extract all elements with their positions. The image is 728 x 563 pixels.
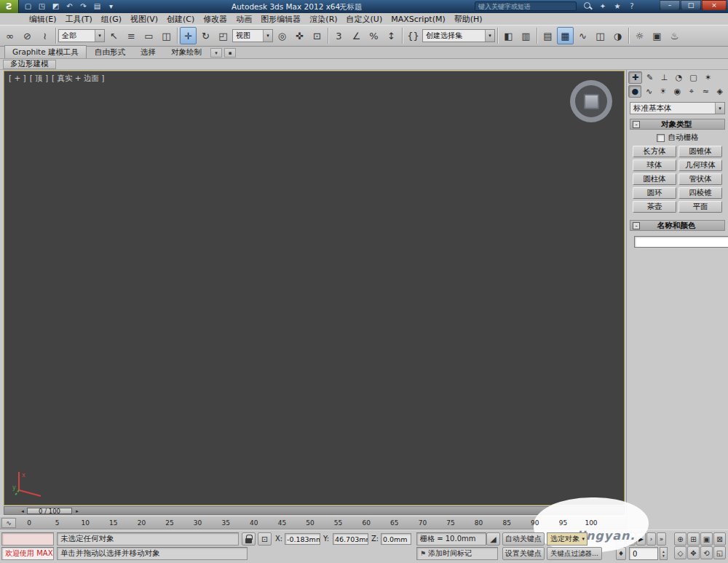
set-key-button[interactable]: 设置关键点: [502, 547, 545, 560]
y-coordinate-field[interactable]: 46.703mm: [333, 533, 368, 545]
go-to-end-button[interactable]: »: [657, 532, 666, 546]
category-cameras[interactable]: ◉: [670, 85, 684, 98]
category-helpers[interactable]: ⌖: [685, 85, 698, 98]
render-setup-icon[interactable]: ☼: [631, 27, 648, 44]
infocenter-search-input[interactable]: [475, 1, 577, 11]
menu-item-10[interactable]: 自定义(U): [342, 13, 387, 25]
ribbon-tab-3[interactable]: 选择: [133, 46, 163, 58]
window-crossing-toggle-icon[interactable]: ◫: [158, 27, 175, 44]
save-file-icon[interactable]: ◩: [50, 1, 62, 12]
graphite-modeling-ribbon-toggle-icon[interactable]: ▦: [557, 27, 574, 44]
object-type-button-4[interactable]: 几何球体: [678, 160, 722, 171]
object-type-button-3[interactable]: 球体: [633, 160, 676, 171]
object-type-button-1[interactable]: 长方体: [633, 146, 676, 157]
menu-item-1[interactable]: 编辑(E): [25, 13, 61, 25]
add-time-tag-button[interactable]: ⚑ 添加时间标记: [416, 547, 498, 560]
time-slider-handle[interactable]: 0 / 100: [27, 508, 72, 514]
name-color-rollout-header[interactable]: - 名称和颜色: [630, 220, 725, 231]
snaps-toggle-icon[interactable]: 3: [331, 27, 347, 44]
render-production-icon[interactable]: ♨: [666, 27, 683, 44]
object-type-button-6[interactable]: 管状体: [678, 173, 722, 185]
object-type-button-7[interactable]: 圆环: [633, 187, 676, 199]
menu-item-3[interactable]: 组(G): [97, 13, 126, 25]
maximize-button[interactable]: □: [681, 0, 701, 10]
redo-icon[interactable]: ↷: [77, 1, 90, 12]
time-slider-previous-arrow[interactable]: ◂: [19, 508, 26, 514]
menu-item-9[interactable]: 渲染(R): [305, 13, 341, 25]
zoom-all-button[interactable]: ⊞: [687, 532, 700, 546]
field-of-view-button[interactable]: ◇: [674, 546, 687, 559]
viewcube-top-face[interactable]: [584, 94, 599, 109]
ribbon-config-dropdown-icon[interactable]: ▾: [210, 48, 222, 58]
object-type-rollout-header[interactable]: - 对象类型: [630, 119, 725, 130]
default-in-out-tangents-button[interactable]: ◢: [486, 532, 500, 546]
subcategory-dropdown[interactable]: 标准基本体 ▾: [630, 102, 725, 114]
percent-snap-toggle-icon[interactable]: %: [365, 27, 382, 44]
category-geometry[interactable]: ●: [628, 85, 641, 98]
time-slider-next-arrow[interactable]: ▸: [74, 508, 81, 514]
select-and-rotate-icon[interactable]: ↻: [197, 27, 214, 44]
autogrid-checkbox[interactable]: [657, 134, 665, 142]
select-by-name-icon[interactable]: ≡: [123, 27, 140, 44]
new-scene-icon[interactable]: ▢: [22, 1, 34, 12]
object-type-button-2[interactable]: 圆锥体: [678, 146, 722, 157]
object-type-button-8[interactable]: 四棱锥: [678, 187, 722, 199]
category-space-warps[interactable]: ≈: [699, 85, 712, 98]
viewport-label-segment-3[interactable]: [ 真实 + 边面 ]: [52, 74, 104, 84]
search-icon[interactable]: [582, 1, 594, 12]
menu-item-7[interactable]: 动画: [232, 13, 256, 25]
help-icon[interactable]: ?: [626, 1, 638, 12]
application-menu-button[interactable]: Ƨ: [0, 0, 19, 13]
pan-view-button[interactable]: ✥: [687, 546, 700, 559]
object-type-button-9[interactable]: 茶壶: [633, 201, 676, 213]
object-type-button-10[interactable]: 平面: [678, 201, 722, 213]
zoom-extents-all-button[interactable]: ⊠: [713, 532, 726, 546]
align-icon[interactable]: ▥: [518, 27, 534, 44]
z-coordinate-field[interactable]: 0.0mm: [381, 533, 411, 545]
select-object-icon[interactable]: ↖: [106, 27, 122, 44]
edit-named-selection-sets-icon[interactable]: {}: [405, 27, 422, 44]
qat-menu-icon[interactable]: ▾: [105, 1, 117, 12]
category-lights[interactable]: ☀: [657, 85, 670, 98]
bind-to-space-warp-icon[interactable]: ≀: [36, 27, 53, 44]
selection-filter-dropdown[interactable]: 全部▾: [58, 29, 105, 42]
layer-manager-icon[interactable]: ▤: [539, 27, 556, 44]
command-tab-display[interactable]: ▢: [687, 71, 700, 84]
communication-center-icon[interactable]: ✦: [597, 1, 609, 12]
menu-item-5[interactable]: 创建(C): [162, 13, 199, 25]
unlink-selection-icon[interactable]: ⊘: [19, 27, 36, 44]
ribbon-tab-4[interactable]: 对象绘制: [164, 46, 209, 58]
top-viewport[interactable]: [ + ][ 顶 ][ 真实 + 边面 ] x y: [4, 71, 625, 505]
material-editor-icon[interactable]: ◑: [609, 27, 626, 44]
x-coordinate-field[interactable]: -0.183mm: [285, 533, 320, 545]
ribbon-display-toggle-icon[interactable]: ▪: [224, 48, 236, 58]
command-tab-hierarchy[interactable]: ⊥: [657, 71, 671, 84]
selection-lock-toggle[interactable]: [242, 532, 256, 546]
curve-editor-icon[interactable]: ∿: [574, 27, 591, 44]
macro-recorder-pane[interactable]: [1, 532, 54, 546]
favorites-icon[interactable]: ★: [612, 1, 623, 12]
absolute-mode-toggle[interactable]: ⊡: [258, 532, 272, 546]
menu-item-11[interactable]: MAXScript(M): [387, 14, 450, 25]
select-and-link-icon[interactable]: ∞: [1, 27, 18, 44]
mirror-icon[interactable]: ◧: [500, 27, 517, 44]
mini-curve-editor-button[interactable]: ∿: [1, 518, 16, 528]
ribbon-tab-2[interactable]: 自由形式: [87, 46, 132, 58]
select-and-manipulate-icon[interactable]: ✜: [291, 27, 308, 44]
polygon-modeling-panel-button[interactable]: 多边形建模: [3, 60, 56, 69]
key-mode-selected-dropdown[interactable]: 选定对象 ▾: [547, 532, 587, 546]
select-and-scale-icon[interactable]: ◰: [215, 27, 232, 44]
orbit-button[interactable]: ⟲: [700, 546, 713, 559]
command-tab-modify[interactable]: ✎: [643, 71, 657, 84]
command-tab-utilities[interactable]: ✶: [701, 71, 715, 84]
maxscript-mini-listener[interactable]: 欢迎使用 MAXScript: [1, 547, 54, 560]
command-tab-motion[interactable]: ◔: [672, 71, 686, 84]
current-frame-field[interactable]: 0: [629, 547, 658, 560]
viewcube[interactable]: [570, 80, 612, 122]
menu-item-8[interactable]: 图形编辑器: [256, 13, 305, 25]
use-pivot-point-center-icon[interactable]: ◎: [274, 27, 290, 44]
ribbon-tab-1[interactable]: Graphite 建模工具: [4, 45, 87, 58]
zoom-extents-button[interactable]: ▣: [700, 532, 713, 546]
auto-key-button[interactable]: 自动关键点: [502, 532, 545, 546]
object-name-input[interactable]: [634, 236, 728, 248]
